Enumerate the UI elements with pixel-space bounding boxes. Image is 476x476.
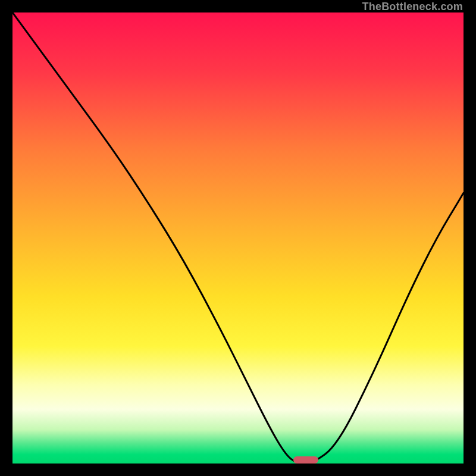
plot-area [12,12,464,464]
chart-frame: TheBottleneck.com [0,0,476,476]
watermark-label: TheBottleneck.com [362,1,463,13]
optimal-marker [293,456,318,464]
chart-curve [12,12,464,464]
